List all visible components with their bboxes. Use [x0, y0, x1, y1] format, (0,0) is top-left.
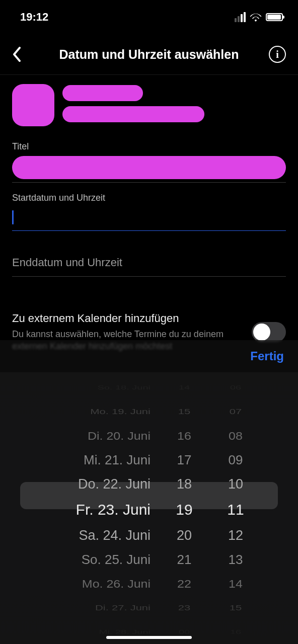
- status-bar: 19:12: [0, 0, 298, 28]
- chevron-left-icon: [12, 47, 21, 62]
- datetime-picker-sheet: Fertig So. 18. JuniMo. 19. JuniDi. 20. J…: [0, 340, 298, 644]
- hour-option[interactable]: 20: [177, 523, 192, 547]
- minute-wheel[interactable]: 0607080910111213141516: [218, 375, 253, 644]
- min-option[interactable]: 06: [230, 381, 241, 393]
- status-time: 19:12: [20, 11, 48, 24]
- min-option[interactable]: 13: [229, 547, 243, 572]
- date-option[interactable]: Fr. 23. Juni: [76, 496, 151, 523]
- hour-option[interactable]: 16: [177, 426, 191, 446]
- date-option[interactable]: Mo. 26. Juni: [82, 574, 151, 594]
- toggle-knob: [253, 324, 270, 341]
- picker-toolbar: Fertig: [0, 340, 298, 372]
- done-button[interactable]: Fertig: [250, 349, 284, 363]
- title-label: Titel: [12, 141, 286, 152]
- min-option[interactable]: 08: [229, 426, 243, 446]
- back-button[interactable]: [12, 43, 34, 65]
- min-option[interactable]: 12: [228, 523, 243, 547]
- min-option[interactable]: 07: [230, 403, 242, 420]
- hour-option[interactable]: 21: [177, 547, 192, 572]
- item-summary: [0, 75, 298, 126]
- hour-option[interactable]: 23: [178, 599, 190, 616]
- title-field: Titel: [12, 141, 286, 183]
- battery-icon: [266, 13, 283, 21]
- start-input[interactable]: [12, 207, 286, 227]
- end-placeholder: Enddatum und Uhrzeit: [12, 241, 286, 273]
- info-button[interactable]: i: [264, 43, 286, 65]
- status-indicators: [235, 12, 283, 22]
- redacted-avatar: [12, 84, 54, 126]
- hour-option[interactable]: 18: [177, 472, 192, 496]
- hour-wheel[interactable]: 1415161718192021222300: [167, 375, 202, 644]
- hour-option[interactable]: 19: [176, 496, 192, 523]
- hour-option[interactable]: 17: [177, 448, 192, 472]
- cellular-icon: [235, 12, 246, 22]
- date-option[interactable]: Di. 20. Juni: [88, 426, 151, 446]
- date-option[interactable]: So. 25. Juni: [82, 547, 151, 572]
- wifi-icon: [250, 13, 262, 22]
- date-option[interactable]: Do. 22. Juni: [78, 472, 151, 496]
- min-option[interactable]: 16: [230, 626, 241, 638]
- hour-option[interactable]: 14: [179, 381, 190, 393]
- min-option[interactable]: 09: [229, 448, 243, 472]
- info-icon: i: [269, 46, 286, 63]
- date-option[interactable]: So. 18. Juni: [97, 381, 151, 393]
- redacted-line-2: [62, 106, 204, 122]
- start-label: Startdatum und Uhrzeit: [12, 193, 286, 203]
- picker-area: So. 18. JuniMo. 19. JuniDi. 20. JuniMi. …: [0, 372, 298, 644]
- text-caret: [12, 210, 14, 224]
- hour-option[interactable]: 15: [178, 403, 190, 420]
- date-option[interactable]: Sa. 24. Juni: [79, 523, 151, 547]
- date-wheel[interactable]: So. 18. JuniMo. 19. JuniDi. 20. JuniMi. …: [45, 375, 151, 644]
- date-option[interactable]: Di. 27. Juni: [95, 599, 151, 616]
- min-option[interactable]: 15: [230, 599, 242, 616]
- redacted-line-1: [62, 85, 143, 101]
- title-input-redacted[interactable]: [12, 156, 286, 179]
- hour-option[interactable]: 22: [177, 574, 191, 594]
- date-option[interactable]: Mo. 19. Juni: [90, 403, 151, 420]
- end-datetime-field[interactable]: Enddatum und Uhrzeit: [12, 241, 286, 277]
- min-option[interactable]: 14: [229, 574, 243, 594]
- min-option[interactable]: 11: [227, 496, 244, 523]
- page-title: Datum und Uhrzeit auswählen: [34, 47, 264, 62]
- external-calendar-title: Zu externem Kalender hinzufügen: [12, 312, 245, 325]
- external-calendar-toggle[interactable]: [252, 322, 286, 342]
- header: Datum und Uhrzeit auswählen i: [0, 28, 298, 75]
- start-datetime-field[interactable]: Startdatum und Uhrzeit: [12, 193, 286, 231]
- date-option[interactable]: Mi. 21. Juni: [84, 448, 151, 472]
- home-indicator[interactable]: [106, 636, 192, 639]
- min-option[interactable]: 10: [228, 472, 243, 496]
